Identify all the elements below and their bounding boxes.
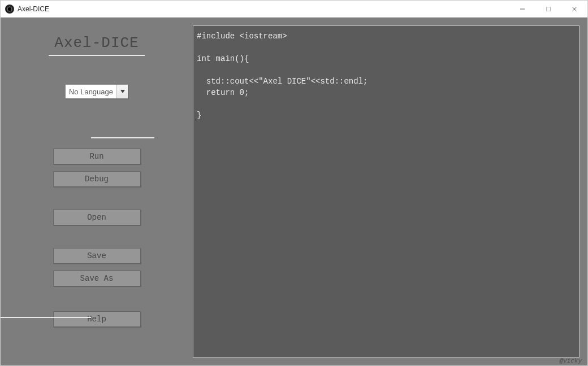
svg-marker-5 (120, 90, 125, 93)
title-underline (49, 55, 145, 56)
window-controls (509, 1, 587, 17)
debug-button[interactable]: Debug (53, 171, 141, 187)
file-save-group: Save Save As (53, 248, 141, 286)
exec-button-group: Run Debug (53, 149, 141, 187)
client-area: Axel-DICE No Language Run Debug Open Sav… (1, 18, 587, 365)
chevron-down-icon[interactable] (116, 85, 128, 98)
app-window: Axel-DICE Axel-DICE No Language (0, 0, 588, 366)
svg-point-0 (7, 7, 12, 11)
titlebar: Axel-DICE (1, 1, 587, 18)
open-button[interactable]: Open (53, 210, 141, 225)
code-editor[interactable]: #include <iostream> int main(){ std::cou… (193, 25, 580, 358)
credit-label: @Vicky (559, 358, 582, 364)
app-title: Axel-DICE (54, 34, 139, 51)
titlebar-left: Axel-DICE (5, 5, 49, 14)
save-button[interactable]: Save (53, 248, 141, 264)
close-button[interactable] (561, 1, 587, 17)
save-as-button[interactable]: Save As (53, 271, 141, 286)
file-open-group: Open (53, 210, 141, 225)
app-icon (5, 5, 14, 14)
separator (91, 137, 154, 138)
help-button[interactable]: Help (53, 311, 141, 327)
language-select[interactable]: No Language (65, 84, 128, 99)
sidebar: Axel-DICE No Language Run Debug Open Sav… (1, 18, 193, 365)
language-select-value: No Language (66, 85, 116, 98)
separator-bottom (1, 317, 91, 318)
run-button[interactable]: Run (53, 149, 141, 164)
help-group: Help (53, 311, 141, 327)
maximize-button[interactable] (535, 1, 561, 17)
editor-pane: #include <iostream> int main(){ std::cou… (193, 18, 587, 365)
window-title: Axel-DICE (18, 5, 49, 13)
minimize-button[interactable] (509, 1, 535, 17)
svg-rect-2 (547, 7, 551, 11)
